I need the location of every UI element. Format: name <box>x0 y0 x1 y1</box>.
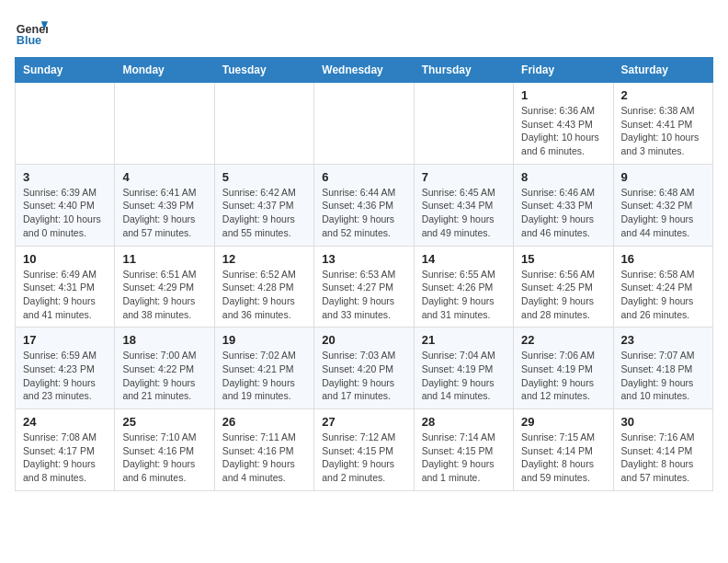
day-number: 14 <box>422 252 506 266</box>
calendar-week-row: 3Sunrise: 6:39 AM Sunset: 4:40 PM Daylig… <box>16 164 713 246</box>
day-number: 1 <box>521 88 605 102</box>
day-info: Sunrise: 7:03 AM Sunset: 4:20 PM Dayligh… <box>322 349 405 403</box>
day-info: Sunrise: 6:45 AM Sunset: 4:34 PM Dayligh… <box>422 186 506 240</box>
calendar-cell: 23Sunrise: 7:07 AM Sunset: 4:18 PM Dayli… <box>613 327 712 409</box>
calendar: SundayMondayTuesdayWednesdayThursdayFrid… <box>15 57 713 491</box>
calendar-cell: 22Sunrise: 7:06 AM Sunset: 4:19 PM Dayli… <box>514 327 613 409</box>
day-info: Sunrise: 6:53 AM Sunset: 4:27 PM Dayligh… <box>322 268 405 322</box>
weekday-header: Wednesday <box>314 58 414 83</box>
calendar-cell: 7Sunrise: 6:45 AM Sunset: 4:34 PM Daylig… <box>414 164 513 246</box>
day-number: 20 <box>322 333 405 347</box>
calendar-cell: 13Sunrise: 6:53 AM Sunset: 4:27 PM Dayli… <box>314 246 414 327</box>
day-number: 25 <box>122 415 206 429</box>
day-info: Sunrise: 7:08 AM Sunset: 4:17 PM Dayligh… <box>23 431 107 485</box>
day-info: Sunrise: 6:36 AM Sunset: 4:43 PM Dayligh… <box>521 104 605 158</box>
day-info: Sunrise: 7:15 AM Sunset: 4:14 PM Dayligh… <box>521 431 605 485</box>
day-info: Sunrise: 7:14 AM Sunset: 4:15 PM Dayligh… <box>422 431 506 485</box>
calendar-cell: 4Sunrise: 6:41 AM Sunset: 4:39 PM Daylig… <box>115 164 214 246</box>
calendar-cell: 29Sunrise: 7:15 AM Sunset: 4:14 PM Dayli… <box>514 409 613 491</box>
day-number: 24 <box>23 415 107 429</box>
calendar-cell: 8Sunrise: 6:46 AM Sunset: 4:33 PM Daylig… <box>514 164 613 246</box>
calendar-cell <box>414 83 513 165</box>
svg-text:Blue: Blue <box>17 34 41 47</box>
day-number: 16 <box>621 252 705 266</box>
calendar-week-row: 17Sunrise: 6:59 AM Sunset: 4:23 PM Dayli… <box>16 327 713 409</box>
calendar-cell: 17Sunrise: 6:59 AM Sunset: 4:23 PM Dayli… <box>16 327 115 409</box>
calendar-week-row: 1Sunrise: 6:36 AM Sunset: 4:43 PM Daylig… <box>16 83 713 165</box>
day-info: Sunrise: 6:55 AM Sunset: 4:26 PM Dayligh… <box>422 268 506 322</box>
day-number: 22 <box>521 333 605 347</box>
weekday-header: Saturday <box>613 58 712 83</box>
day-number: 8 <box>521 170 605 184</box>
day-number: 26 <box>222 415 306 429</box>
weekday-header: Tuesday <box>214 58 313 83</box>
weekday-header: Thursday <box>414 58 513 83</box>
calendar-cell: 16Sunrise: 6:58 AM Sunset: 4:24 PM Dayli… <box>613 246 712 327</box>
calendar-cell: 19Sunrise: 7:02 AM Sunset: 4:21 PM Dayli… <box>214 327 313 409</box>
day-number: 10 <box>23 252 107 266</box>
day-info: Sunrise: 6:52 AM Sunset: 4:28 PM Dayligh… <box>222 268 306 322</box>
day-info: Sunrise: 6:51 AM Sunset: 4:29 PM Dayligh… <box>122 268 206 322</box>
day-number: 28 <box>422 415 506 429</box>
weekday-header: Friday <box>514 58 613 83</box>
calendar-cell <box>214 83 313 165</box>
calendar-cell: 11Sunrise: 6:51 AM Sunset: 4:29 PM Dayli… <box>115 246 214 327</box>
day-info: Sunrise: 6:59 AM Sunset: 4:23 PM Dayligh… <box>23 349 107 403</box>
calendar-cell: 24Sunrise: 7:08 AM Sunset: 4:17 PM Dayli… <box>16 409 115 491</box>
day-info: Sunrise: 6:49 AM Sunset: 4:31 PM Dayligh… <box>23 268 107 322</box>
day-number: 4 <box>122 170 206 184</box>
calendar-cell: 9Sunrise: 6:48 AM Sunset: 4:32 PM Daylig… <box>613 164 712 246</box>
day-info: Sunrise: 6:48 AM Sunset: 4:32 PM Dayligh… <box>621 186 705 240</box>
calendar-cell: 14Sunrise: 6:55 AM Sunset: 4:26 PM Dayli… <box>414 246 513 327</box>
calendar-cell: 30Sunrise: 7:16 AM Sunset: 4:14 PM Dayli… <box>613 409 712 491</box>
logo-icon: General Blue <box>15 15 48 48</box>
calendar-cell: 12Sunrise: 6:52 AM Sunset: 4:28 PM Dayli… <box>214 246 313 327</box>
day-number: 15 <box>521 252 605 266</box>
day-number: 6 <box>322 170 405 184</box>
day-info: Sunrise: 7:07 AM Sunset: 4:18 PM Dayligh… <box>621 349 705 403</box>
day-number: 27 <box>322 415 405 429</box>
day-info: Sunrise: 6:41 AM Sunset: 4:39 PM Dayligh… <box>122 186 206 240</box>
day-number: 21 <box>422 333 506 347</box>
day-info: Sunrise: 7:02 AM Sunset: 4:21 PM Dayligh… <box>222 349 306 403</box>
day-number: 5 <box>222 170 306 184</box>
weekday-header: Sunday <box>16 58 115 83</box>
day-number: 11 <box>122 252 206 266</box>
day-info: Sunrise: 7:10 AM Sunset: 4:16 PM Dayligh… <box>122 431 206 485</box>
logo: General Blue <box>15 15 51 48</box>
calendar-week-row: 10Sunrise: 6:49 AM Sunset: 4:31 PM Dayli… <box>16 246 713 327</box>
day-info: Sunrise: 6:56 AM Sunset: 4:25 PM Dayligh… <box>521 268 605 322</box>
day-info: Sunrise: 6:44 AM Sunset: 4:36 PM Dayligh… <box>322 186 405 240</box>
day-info: Sunrise: 6:42 AM Sunset: 4:37 PM Dayligh… <box>222 186 306 240</box>
weekday-header: Monday <box>115 58 214 83</box>
calendar-cell: 2Sunrise: 6:38 AM Sunset: 4:41 PM Daylig… <box>613 83 712 165</box>
day-number: 9 <box>621 170 705 184</box>
calendar-week-row: 24Sunrise: 7:08 AM Sunset: 4:17 PM Dayli… <box>16 409 713 491</box>
calendar-cell: 26Sunrise: 7:11 AM Sunset: 4:16 PM Dayli… <box>214 409 313 491</box>
calendar-cell: 1Sunrise: 6:36 AM Sunset: 4:43 PM Daylig… <box>514 83 613 165</box>
calendar-cell: 5Sunrise: 6:42 AM Sunset: 4:37 PM Daylig… <box>214 164 313 246</box>
calendar-cell: 15Sunrise: 6:56 AM Sunset: 4:25 PM Dayli… <box>514 246 613 327</box>
calendar-cell: 18Sunrise: 7:00 AM Sunset: 4:22 PM Dayli… <box>115 327 214 409</box>
day-number: 30 <box>621 415 705 429</box>
day-info: Sunrise: 6:39 AM Sunset: 4:40 PM Dayligh… <box>23 186 107 240</box>
day-number: 7 <box>422 170 506 184</box>
day-number: 19 <box>222 333 306 347</box>
calendar-cell: 20Sunrise: 7:03 AM Sunset: 4:20 PM Dayli… <box>314 327 414 409</box>
calendar-cell <box>314 83 414 165</box>
day-info: Sunrise: 7:16 AM Sunset: 4:14 PM Dayligh… <box>621 431 705 485</box>
day-number: 12 <box>222 252 306 266</box>
day-number: 29 <box>521 415 605 429</box>
calendar-cell <box>115 83 214 165</box>
day-info: Sunrise: 6:46 AM Sunset: 4:33 PM Dayligh… <box>521 186 605 240</box>
weekday-header-row: SundayMondayTuesdayWednesdayThursdayFrid… <box>16 58 713 83</box>
day-info: Sunrise: 7:11 AM Sunset: 4:16 PM Dayligh… <box>222 431 306 485</box>
day-info: Sunrise: 7:00 AM Sunset: 4:22 PM Dayligh… <box>122 349 206 403</box>
calendar-cell: 28Sunrise: 7:14 AM Sunset: 4:15 PM Dayli… <box>414 409 513 491</box>
day-info: Sunrise: 6:38 AM Sunset: 4:41 PM Dayligh… <box>621 104 705 158</box>
day-number: 3 <box>23 170 107 184</box>
day-number: 18 <box>122 333 206 347</box>
day-info: Sunrise: 7:06 AM Sunset: 4:19 PM Dayligh… <box>521 349 605 403</box>
day-number: 13 <box>322 252 405 266</box>
header: General Blue <box>15 15 713 48</box>
